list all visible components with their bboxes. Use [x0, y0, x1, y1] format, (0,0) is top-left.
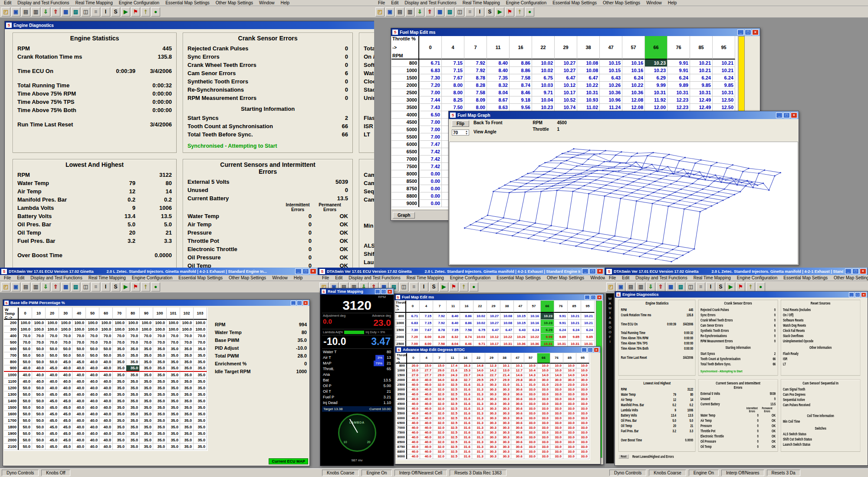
- map-cell[interactable]: 30.6: [511, 397, 524, 402]
- map-cell[interactable]: 33.0: [576, 445, 589, 450]
- map-col-header[interactable]: 0: [407, 353, 420, 364]
- map-row-header[interactable]: 2000: [395, 334, 406, 341]
- map-cell[interactable]: 10.31: [690, 89, 713, 96]
- menu-display-and-test-functions[interactable]: Display and Test Functions: [632, 275, 690, 280]
- map-row-header[interactable]: 400: [4, 333, 19, 339]
- flag-icon[interactable]: ⚑: [505, 7, 514, 17]
- map-row-header[interactable]: 1700: [4, 417, 19, 424]
- map-cell[interactable]: 35.0: [140, 352, 153, 359]
- map-cell[interactable]: 8.04: [487, 89, 510, 96]
- map-cell[interactable]: 50.0: [19, 359, 32, 365]
- map-cell[interactable]: 35.0: [194, 431, 207, 437]
- map-cell[interactable]: 35.0: [167, 372, 180, 378]
- map-cell[interactable]: 35.0: [167, 385, 180, 391]
- map-cell[interactable]: 50.0: [19, 431, 32, 437]
- map-cell[interactable]: 8.46: [510, 89, 532, 96]
- map-cell[interactable]: 45.0: [59, 424, 72, 431]
- minimize-button[interactable]: _: [737, 30, 744, 35]
- maximize-button[interactable]: □: [855, 292, 860, 297]
- download-icon[interactable]: ⇩: [41, 282, 50, 292]
- map-cell[interactable]: 10.16: [527, 320, 541, 327]
- map-cell[interactable]: 12.49: [690, 104, 713, 111]
- menu-real-time-mapping[interactable]: Real Time Mapping: [404, 275, 447, 280]
- map-cell[interactable]: 35.0: [153, 398, 167, 404]
- map-cell[interactable]: 40.0: [32, 365, 46, 372]
- map-cell[interactable]: 8.40: [487, 60, 510, 67]
- map-col-header[interactable]: 40: [72, 308, 86, 320]
- map-cell[interactable]: 35.0: [140, 404, 153, 411]
- status-interp-off-neares[interactable]: Interp Off/Neares: [721, 470, 764, 476]
- map-cell[interactable]: 70.0: [140, 339, 153, 346]
- map-cell[interactable]: 40.0: [407, 431, 420, 435]
- minimize-button[interactable]: _: [849, 292, 854, 297]
- map-row-header[interactable]: 2000: [396, 378, 407, 383]
- map-cell[interactable]: 70.0: [194, 339, 207, 346]
- download-icon[interactable]: ⇩: [41, 7, 50, 17]
- map-col-header[interactable]: 85: [690, 36, 713, 60]
- map-cell[interactable]: 35.0: [194, 391, 207, 398]
- map-col-header[interactable]: 76: [667, 36, 690, 60]
- map-cell[interactable]: 40.0: [407, 388, 420, 392]
- map-row-header[interactable]: 8800: [396, 450, 407, 454]
- map-col-header[interactable]: 29: [487, 301, 500, 313]
- map-cell[interactable]: 35.0: [126, 352, 140, 359]
- map-cell[interactable]: 24.6: [472, 373, 485, 378]
- map-cell[interactable]: 35.0: [113, 437, 126, 444]
- map-cell[interactable]: 14.0: [563, 373, 576, 378]
- map-cell[interactable]: 33.0: [524, 450, 537, 454]
- map-cell[interactable]: 35.0: [153, 404, 167, 411]
- map-cell[interactable]: 15.0: [420, 364, 433, 368]
- map-cell[interactable]: 33.0: [537, 450, 550, 454]
- map-cell[interactable]: 40.0: [86, 437, 99, 444]
- map-cell[interactable]: 35.0: [180, 352, 194, 359]
- map-cell[interactable]: 10.16: [527, 313, 541, 320]
- map-cell[interactable]: 45.0: [59, 444, 72, 450]
- map-cell[interactable]: 50.0: [32, 431, 46, 437]
- map-cell[interactable]: 33.0: [563, 421, 576, 426]
- map-col-header[interactable]: 70: [113, 308, 126, 320]
- map-cell[interactable]: 70.0: [99, 333, 113, 339]
- map-cell[interactable]: 35.0: [126, 365, 140, 372]
- map-cell[interactable]: 32.0: [433, 388, 446, 392]
- menu-edit[interactable]: Edit: [388, 0, 401, 5]
- map-cell[interactable]: 6.47: [500, 327, 514, 334]
- map-cell[interactable]: 35.0: [140, 385, 153, 391]
- map-cell[interactable]: 33.0: [576, 402, 589, 407]
- maximize-button[interactable]: □: [381, 289, 386, 294]
- menu-edit[interactable]: Edit: [14, 275, 27, 280]
- map-cell[interactable]: 10.26: [600, 82, 622, 89]
- map-cell[interactable]: 31.3: [472, 435, 485, 440]
- map-row-header[interactable]: 1900: [4, 431, 19, 437]
- map-cell[interactable]: 8.74: [460, 334, 473, 341]
- map-cell[interactable]: 32.0: [433, 435, 446, 440]
- map-cell[interactable]: 9.85: [713, 82, 735, 89]
- map-cell[interactable]: 31.6: [459, 397, 472, 402]
- map-col-header[interactable]: 47: [511, 353, 524, 364]
- map-cell[interactable]: 33.0: [563, 416, 576, 421]
- map-cell[interactable]: 10.0: [524, 364, 537, 368]
- globe-icon[interactable]: ●: [525, 7, 534, 17]
- map-cell[interactable]: 35.0: [153, 417, 167, 424]
- map-cell[interactable]: 100.0: [180, 326, 194, 333]
- new-doc-icon[interactable]: ▤: [21, 282, 30, 292]
- map-cell[interactable]: 31.6: [459, 402, 472, 407]
- map-cell[interactable]: 35.0: [180, 398, 194, 404]
- map-cell[interactable]: 10.23: [532, 104, 555, 111]
- map-col-header[interactable]: 20: [46, 308, 59, 320]
- map-cell[interactable]: 33.0: [550, 397, 563, 402]
- map-cell[interactable]: 32.0: [433, 440, 446, 445]
- map-cell[interactable]: 9.85: [690, 82, 713, 89]
- map-cell[interactable]: 40.0: [420, 388, 433, 392]
- map-row-header[interactable]: 2500: [391, 89, 419, 96]
- maximize-button[interactable]: □: [783, 113, 790, 118]
- map-cell[interactable]: 35.0: [113, 365, 126, 372]
- map-cell[interactable]: 33.0: [563, 411, 576, 416]
- run-icon[interactable]: ▶: [495, 7, 504, 17]
- map-col-header[interactable]: 22: [532, 36, 555, 60]
- map-col-header[interactable]: 95: [713, 36, 735, 60]
- map-cell[interactable]: 31.3: [472, 407, 485, 411]
- map-cell[interactable]: 40.0: [59, 378, 72, 385]
- map-cell[interactable]: 14.3: [524, 373, 537, 378]
- open-icon[interactable]: ◰: [375, 7, 385, 17]
- map-cell[interactable]: 7.58: [510, 74, 532, 82]
